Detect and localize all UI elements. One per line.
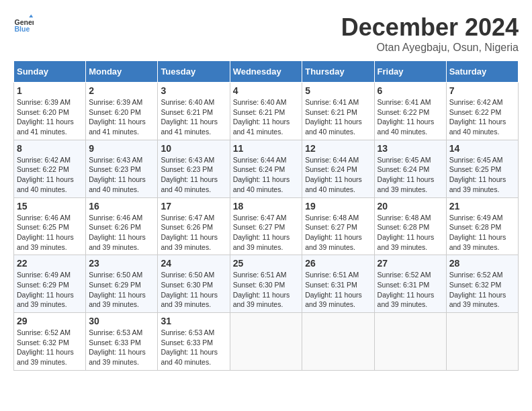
day-info: Sunrise: 6:49 AM Sunset: 6:28 PM Dayligh… [449, 213, 515, 253]
calendar-cell: 6 Sunrise: 6:41 AM Sunset: 6:22 PM Dayli… [374, 83, 446, 140]
weekday-header-row: SundayMondayTuesdayWednesdayThursdayFrid… [14, 61, 519, 83]
day-info: Sunrise: 6:42 AM Sunset: 6:22 PM Dayligh… [449, 97, 515, 137]
day-number: 18 [233, 201, 300, 212]
calendar-cell: 2 Sunrise: 6:39 AM Sunset: 6:20 PM Dayli… [86, 83, 158, 140]
day-number: 7 [449, 85, 515, 96]
weekday-header: Thursday [302, 61, 374, 83]
day-number: 12 [305, 143, 371, 154]
day-info: Sunrise: 6:47 AM Sunset: 6:26 PM Dayligh… [161, 213, 226, 253]
day-info: Sunrise: 6:43 AM Sunset: 6:23 PM Dayligh… [89, 155, 154, 195]
day-number: 27 [378, 258, 443, 269]
calendar-cell: 3 Sunrise: 6:40 AM Sunset: 6:21 PM Dayli… [158, 83, 230, 140]
calendar-cell: 9 Sunrise: 6:43 AM Sunset: 6:23 PM Dayli… [86, 140, 158, 197]
day-info: Sunrise: 6:47 AM Sunset: 6:27 PM Dayligh… [233, 213, 300, 253]
location-subtitle: Otan Ayegbaju, Osun, Nigeria [341, 42, 519, 54]
day-info: Sunrise: 6:40 AM Sunset: 6:21 PM Dayligh… [233, 97, 300, 137]
day-number: 28 [449, 258, 515, 269]
weekday-header: Wednesday [230, 61, 302, 83]
day-number: 23 [89, 258, 154, 269]
day-number: 30 [89, 316, 154, 326]
day-info: Sunrise: 6:40 AM Sunset: 6:21 PM Dayligh… [161, 97, 226, 137]
calendar-cell: 7 Sunrise: 6:42 AM Sunset: 6:22 PM Dayli… [446, 83, 518, 140]
day-number: 29 [17, 316, 83, 326]
day-info: Sunrise: 6:53 AM Sunset: 6:33 PM Dayligh… [161, 328, 226, 367]
day-info: Sunrise: 6:46 AM Sunset: 6:25 PM Dayligh… [17, 213, 83, 253]
day-number: 13 [378, 143, 443, 154]
calendar-cell: 11 Sunrise: 6:44 AM Sunset: 6:24 PM Dayl… [230, 140, 302, 197]
day-number: 24 [161, 258, 226, 269]
day-number: 2 [89, 85, 154, 96]
calendar-cell: 29 Sunrise: 6:52 AM Sunset: 6:32 PM Dayl… [14, 313, 86, 371]
day-number: 16 [89, 201, 154, 212]
calendar-cell [230, 313, 302, 371]
calendar-cell: 16 Sunrise: 6:46 AM Sunset: 6:26 PM Dayl… [86, 197, 158, 255]
weekday-header: Saturday [446, 61, 518, 83]
day-info: Sunrise: 6:50 AM Sunset: 6:29 PM Dayligh… [89, 270, 154, 310]
day-info: Sunrise: 6:41 AM Sunset: 6:21 PM Dayligh… [305, 97, 371, 137]
day-number: 10 [161, 143, 226, 154]
calendar-cell [374, 313, 446, 371]
day-number: 14 [449, 143, 515, 154]
calendar-cell: 31 Sunrise: 6:53 AM Sunset: 6:33 PM Dayl… [158, 313, 230, 371]
weekday-header: Friday [374, 61, 446, 83]
weekday-header: Sunday [14, 61, 86, 83]
day-info: Sunrise: 6:51 AM Sunset: 6:31 PM Dayligh… [305, 270, 371, 310]
logo: General Blue [13, 13, 34, 34]
day-info: Sunrise: 6:52 AM Sunset: 6:32 PM Dayligh… [449, 270, 515, 310]
calendar-cell: 14 Sunrise: 6:45 AM Sunset: 6:25 PM Dayl… [446, 140, 518, 197]
day-info: Sunrise: 6:48 AM Sunset: 6:28 PM Dayligh… [378, 213, 443, 253]
day-number: 19 [305, 201, 371, 212]
title-section: December 2024 Otan Ayegbaju, Osun, Niger… [341, 13, 519, 54]
month-title: December 2024 [341, 13, 519, 42]
svg-text:Blue: Blue [15, 25, 30, 33]
calendar-week-row: 8 Sunrise: 6:42 AM Sunset: 6:22 PM Dayli… [14, 140, 519, 197]
day-info: Sunrise: 6:52 AM Sunset: 6:32 PM Dayligh… [17, 328, 83, 367]
day-info: Sunrise: 6:49 AM Sunset: 6:29 PM Dayligh… [17, 270, 83, 310]
calendar-cell: 15 Sunrise: 6:46 AM Sunset: 6:25 PM Dayl… [14, 197, 86, 255]
day-info: Sunrise: 6:39 AM Sunset: 6:20 PM Dayligh… [89, 97, 154, 137]
calendar-cell: 28 Sunrise: 6:52 AM Sunset: 6:32 PM Dayl… [446, 255, 518, 313]
day-number: 22 [17, 258, 83, 269]
day-number: 20 [378, 201, 443, 212]
calendar-cell: 8 Sunrise: 6:42 AM Sunset: 6:22 PM Dayli… [14, 140, 86, 197]
day-info: Sunrise: 6:51 AM Sunset: 6:30 PM Dayligh… [233, 270, 300, 310]
day-number: 4 [233, 85, 300, 96]
day-info: Sunrise: 6:53 AM Sunset: 6:33 PM Dayligh… [89, 328, 154, 367]
calendar-week-row: 1 Sunrise: 6:39 AM Sunset: 6:20 PM Dayli… [14, 83, 519, 140]
day-info: Sunrise: 6:44 AM Sunset: 6:24 PM Dayligh… [233, 155, 300, 195]
calendar-week-row: 29 Sunrise: 6:52 AM Sunset: 6:32 PM Dayl… [14, 313, 519, 371]
calendar-cell: 27 Sunrise: 6:52 AM Sunset: 6:31 PM Dayl… [374, 255, 446, 313]
day-info: Sunrise: 6:43 AM Sunset: 6:23 PM Dayligh… [161, 155, 226, 195]
day-number: 15 [17, 201, 83, 212]
page-header: General Blue December 2024 Otan Ayegbaju… [13, 13, 519, 54]
day-number: 17 [161, 201, 226, 212]
day-number: 25 [233, 258, 300, 269]
calendar-cell: 10 Sunrise: 6:43 AM Sunset: 6:23 PM Dayl… [158, 140, 230, 197]
logo-icon: General Blue [13, 13, 34, 34]
calendar-cell: 19 Sunrise: 6:48 AM Sunset: 6:27 PM Dayl… [302, 197, 374, 255]
calendar-cell: 4 Sunrise: 6:40 AM Sunset: 6:21 PM Dayli… [230, 83, 302, 140]
day-number: 3 [161, 85, 226, 96]
day-info: Sunrise: 6:45 AM Sunset: 6:24 PM Dayligh… [378, 155, 443, 195]
weekday-header: Monday [86, 61, 158, 83]
day-info: Sunrise: 6:45 AM Sunset: 6:25 PM Dayligh… [449, 155, 515, 195]
day-number: 9 [89, 143, 154, 154]
day-info: Sunrise: 6:42 AM Sunset: 6:22 PM Dayligh… [17, 155, 83, 195]
day-info: Sunrise: 6:50 AM Sunset: 6:30 PM Dayligh… [161, 270, 226, 310]
calendar-cell: 22 Sunrise: 6:49 AM Sunset: 6:29 PM Dayl… [14, 255, 86, 313]
calendar-cell: 21 Sunrise: 6:49 AM Sunset: 6:28 PM Dayl… [446, 197, 518, 255]
day-info: Sunrise: 6:52 AM Sunset: 6:31 PM Dayligh… [378, 270, 443, 310]
calendar-cell: 26 Sunrise: 6:51 AM Sunset: 6:31 PM Dayl… [302, 255, 374, 313]
calendar-cell: 25 Sunrise: 6:51 AM Sunset: 6:30 PM Dayl… [230, 255, 302, 313]
day-number: 31 [161, 316, 226, 326]
calendar-cell: 17 Sunrise: 6:47 AM Sunset: 6:26 PM Dayl… [158, 197, 230, 255]
calendar-cell: 18 Sunrise: 6:47 AM Sunset: 6:27 PM Dayl… [230, 197, 302, 255]
day-number: 8 [17, 143, 83, 154]
day-number: 11 [233, 143, 300, 154]
calendar-cell [446, 313, 518, 371]
svg-marker-2 [29, 15, 33, 18]
day-number: 1 [17, 85, 83, 96]
day-number: 26 [305, 258, 371, 269]
day-info: Sunrise: 6:46 AM Sunset: 6:26 PM Dayligh… [89, 213, 154, 253]
calendar-cell [302, 313, 374, 371]
